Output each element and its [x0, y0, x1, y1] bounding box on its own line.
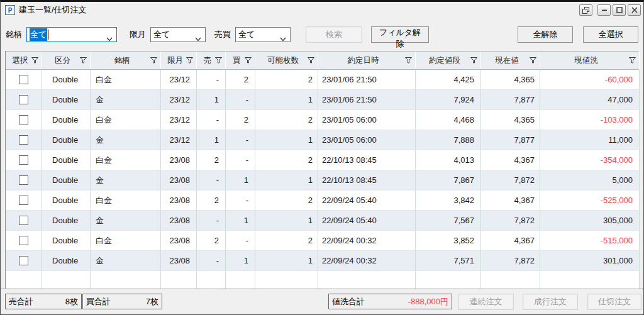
cell-buy: -	[226, 150, 255, 170]
month-select[interactable]: 全て	[150, 27, 206, 42]
cell-pl: -525,000	[540, 191, 640, 211]
cell-current: 7,877	[481, 90, 540, 110]
buy-total-label: 買合計	[86, 296, 111, 307]
cell-meigara: 金	[91, 251, 161, 271]
table-row[interactable]: Double白金23/12-2223/01/05 06:004,4684,365…	[6, 110, 638, 130]
table-row[interactable]: Double白金23/082-222/09/24 00:323,8524,367…	[6, 231, 638, 251]
deselect-all-button[interactable]: 全解除	[518, 26, 573, 43]
column-header-gengetsu[interactable]: 限月	[161, 52, 197, 69]
cell-meigara: 金	[91, 130, 161, 150]
column-header-buy[interactable]: 買	[226, 52, 255, 69]
column-header-sell[interactable]: 売	[197, 52, 226, 69]
cell-current: 7,872	[481, 170, 540, 191]
continuous-order-button[interactable]: 連続注文	[458, 294, 514, 310]
month-label: 限月	[130, 29, 146, 40]
cell-meigara: 金	[91, 170, 161, 191]
buy-total-box: 買合計 7枚	[82, 294, 162, 309]
cell-buy: -	[226, 130, 255, 150]
cell-pl: -60,000	[540, 70, 640, 90]
column-header-select[interactable]: 選択	[6, 52, 42, 69]
cell-current: 4,367	[481, 231, 540, 251]
row-checkbox[interactable]	[19, 95, 28, 104]
cell-kubun: Double	[42, 231, 91, 251]
duplicate-window-icon[interactable]	[579, 4, 592, 16]
row-checkbox[interactable]	[19, 236, 28, 245]
close-order-button[interactable]: 仕切注文	[587, 294, 641, 310]
market-order-button[interactable]: 成行注文	[523, 294, 578, 310]
pl-total-box: 値洗合計 -888,000円	[328, 294, 452, 309]
cell-qty: 1	[255, 211, 318, 231]
filter-clear-button[interactable]: フィルタ解除	[371, 26, 429, 43]
table-row[interactable]: Double白金23/082-222/09/24 05:403,8424,367…	[6, 191, 638, 211]
titlebar-left: P 建玉一覧/仕切注文	[5, 4, 87, 16]
search-button[interactable]: 検索	[306, 26, 362, 43]
cell-meigara: 白金	[91, 110, 161, 130]
table-row[interactable]: Double金23/08-1122/09/24 05:407,5677,8723…	[6, 211, 638, 231]
column-header-price[interactable]: 約定値段	[416, 52, 481, 69]
cell-price: 3,852	[416, 231, 481, 251]
cell-gengetsu: 23/12	[161, 90, 197, 110]
maximize-icon[interactable]	[613, 4, 626, 16]
table-header-row: 選択区分銘柄限月売買可能枚数約定日時約定値段現在値現値洗	[6, 51, 638, 70]
cell-buy: -	[226, 191, 255, 211]
row-checkbox[interactable]	[19, 256, 28, 265]
table-row[interactable]: Double金23/08-1122/09/24 00:327,5717,8723…	[6, 251, 638, 271]
side-selected-value: 全て	[238, 29, 255, 40]
app-icon-letter: P	[8, 7, 13, 14]
column-header-label: 約定値段	[419, 55, 470, 66]
cell-price: 4,425	[416, 70, 481, 90]
cell-kubun: Double	[42, 211, 91, 231]
cell-select	[6, 170, 42, 191]
cell-pl: -103,000	[540, 110, 640, 130]
footer: 売合計 8枚 買合計 7枚 値洗合計 -888,000円 連続注文 成行注文 仕…	[1, 289, 643, 314]
column-header-current[interactable]: 現在値	[481, 52, 540, 69]
column-header-meigara[interactable]: 銘柄	[91, 52, 161, 69]
cell-current: 4,367	[481, 191, 540, 211]
row-checkbox[interactable]	[19, 155, 28, 165]
column-header-label: 可能枚数	[258, 55, 308, 66]
cell-sell: -	[197, 170, 226, 191]
pl-total-label: 値洗合計	[332, 296, 365, 307]
column-header-kubun[interactable]: 区分	[42, 52, 91, 69]
table-row[interactable]: Double金23/08-1122/10/13 08:457,8677,8725…	[6, 170, 638, 191]
row-checkbox[interactable]	[19, 196, 28, 205]
cell-current: 4,365	[481, 110, 540, 130]
cell-pl: 47,000	[540, 90, 640, 110]
column-header-datetime[interactable]: 約定日時	[318, 52, 416, 69]
side-label: 売買	[214, 29, 231, 40]
table-row[interactable]: Double白金23/12-2223/01/06 21:504,4254,365…	[6, 70, 638, 90]
column-header-pl[interactable]: 現値洗	[540, 52, 640, 69]
column-header-label: 限月	[164, 55, 186, 66]
minimize-icon[interactable]	[597, 4, 611, 16]
symbol-select[interactable]: 全て	[26, 27, 117, 42]
row-checkbox[interactable]	[19, 175, 28, 185]
column-header-label: 売	[200, 55, 215, 66]
cell-kubun: Double	[42, 251, 91, 271]
cell-pl: -515,000	[540, 231, 640, 251]
row-checkbox[interactable]	[19, 216, 28, 225]
sell-total-box: 売合計 8枚	[5, 294, 82, 309]
table-row[interactable]: Double金23/121-123/01/05 06:007,8887,8771…	[6, 130, 638, 150]
chevron-down-icon	[195, 33, 201, 44]
column-header-qty[interactable]: 可能枚数	[255, 52, 318, 69]
cell-select	[6, 231, 42, 251]
titlebar: P 建玉一覧/仕切注文	[1, 2, 643, 18]
table-row[interactable]: Double金23/121-123/01/06 21:507,9247,8774…	[6, 90, 638, 110]
cell-datetime: 23/01/05 06:00	[318, 130, 416, 150]
cell-datetime: 22/09/24 05:40	[318, 211, 416, 231]
select-all-button[interactable]: 全選択	[583, 26, 638, 43]
cell-price: 7,924	[416, 90, 481, 110]
table-row[interactable]: Double白金23/082-222/10/13 08:454,0134,367…	[6, 150, 638, 170]
cell-select	[6, 70, 42, 90]
buy-total-value: 7枚	[146, 296, 158, 307]
close-icon[interactable]	[628, 4, 641, 16]
cell-pl: 305,000	[540, 211, 640, 231]
side-select[interactable]: 全て	[235, 27, 291, 42]
row-checkbox[interactable]	[19, 75, 28, 84]
row-checkbox[interactable]	[19, 135, 28, 145]
row-checkbox[interactable]	[19, 115, 28, 124]
filter-icon	[150, 57, 157, 64]
cell-current: 7,877	[481, 130, 540, 150]
window-title: 建玉一覧/仕切注文	[19, 4, 87, 16]
cell-datetime: 23/01/05 06:00	[318, 110, 416, 130]
